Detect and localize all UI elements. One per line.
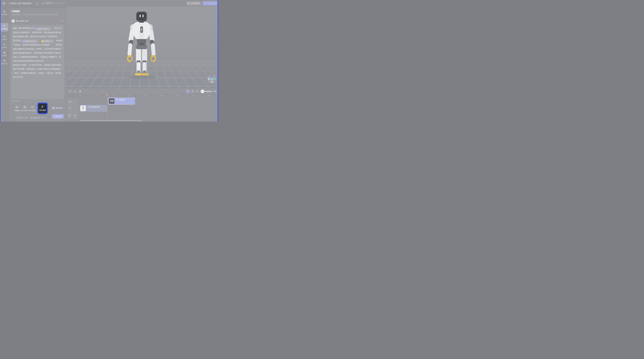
snap-toggle-icon[interactable] bbox=[186, 90, 190, 93]
clapperboard-icon bbox=[3, 10, 6, 13]
sidebar-item-audio-library[interactable]: 音频库 bbox=[0, 51, 9, 57]
motion-clip-thumbnail bbox=[80, 105, 86, 111]
expression-clip[interactable]: 害羞微笑 bbox=[108, 98, 135, 105]
timeline-ruler[interactable]: 0f2f4f6f8f10f12f14f16f bbox=[66, 94, 218, 98]
viewport-3d[interactable]: Z Y X bbox=[66, 6, 218, 88]
sidebar-label: 动作库 bbox=[2, 46, 7, 49]
panel-subtitle: 通过音频处理，生成音频素材以及融合动作和表情的音频编排素材 bbox=[12, 14, 64, 16]
tag-label: 哈哈大笑(10s) bbox=[25, 39, 35, 43]
expression-tag[interactable]: 哈哈大笑(10s)× bbox=[35, 27, 51, 30]
generate-now-button[interactable]: 立即生成 bbox=[52, 114, 64, 119]
screen-edge-right bbox=[218, 0, 218, 122]
gizmo-neg-z[interactable] bbox=[211, 81, 213, 83]
gizmo-neg-x[interactable] bbox=[208, 78, 210, 80]
script-text: 我们提供 bbox=[13, 39, 20, 41]
ruler-minor-tick bbox=[89, 95, 89, 97]
ruler-minor-tick bbox=[201, 95, 202, 97]
zoom-slider-handle[interactable] bbox=[201, 91, 203, 92]
playhead-line[interactable] bbox=[107, 96, 108, 120]
ruler-frame-label: 6f bbox=[128, 95, 130, 97]
synthesize-save-button[interactable]: 合成并保存 bbox=[186, 1, 202, 5]
delete-clip-icon[interactable] bbox=[79, 90, 82, 93]
sidebar-item-my-tasks[interactable]: 我的任务 bbox=[0, 59, 9, 65]
cloud-check-icon bbox=[42, 2, 44, 4]
person-icon bbox=[3, 43, 6, 46]
insert-action-label: 插入动作 bbox=[21, 109, 28, 112]
gizmo-z-axis[interactable]: Z bbox=[210, 75, 213, 78]
walking-person-icon bbox=[87, 106, 89, 108]
timeline-horizontal-scrollbar[interactable] bbox=[80, 120, 142, 121]
timeline-area: 0f2f4f6f8f10f12f14f16f bbox=[66, 94, 218, 122]
ai-box-icon bbox=[15, 105, 18, 109]
save-time-label: 保存时间 bbox=[46, 2, 52, 4]
clear-arrange-label: 清空编排 bbox=[39, 109, 46, 111]
clear-arrange-highlight-ring: 清空编排 bbox=[37, 102, 48, 114]
screen-edge-left bbox=[0, 0, 0, 122]
gizmo-y-axis[interactable]: Y bbox=[210, 78, 213, 80]
script-text: 我们致力于创新，大力投资于研发，以突破人机协作和机器学习的界限。创新机器人公司助… bbox=[13, 64, 61, 78]
deploy-device-button[interactable]: 下发到设备 bbox=[202, 1, 218, 5]
delete-audio-icon[interactable] bbox=[62, 20, 64, 22]
ruler-frame-label: 16f bbox=[208, 95, 210, 97]
script-text: 用于物流和仓储的自主移动机器人 (AMR)，以及为医疗和酒店业量身定制的服务机器… bbox=[13, 44, 62, 62]
task-list-icon bbox=[3, 59, 6, 62]
audio-play-button[interactable] bbox=[12, 19, 15, 22]
remaining-stones-value: 300 bbox=[24, 117, 28, 119]
deploy-device-label: 下发到设备 bbox=[207, 2, 216, 4]
tag-label: 弯腰(5s) bbox=[44, 39, 50, 43]
ruler-frame-label: 0f bbox=[80, 95, 81, 97]
expression-tag[interactable]: 哈哈大笑(10s)× bbox=[21, 40, 38, 43]
robot-model[interactable] bbox=[122, 11, 161, 80]
clear-arrange-button[interactable]: 清空编排 bbox=[38, 103, 47, 113]
sidebar-label: 表情库 bbox=[2, 38, 7, 41]
checkbox-checked-icon[interactable] bbox=[52, 107, 54, 109]
ruler-minor-tick bbox=[105, 95, 105, 97]
sidebar-item-motion-library[interactable]: 动作库 bbox=[0, 43, 9, 49]
cost-stones-label: 本次消耗灵石 bbox=[30, 117, 40, 119]
robot-face-icon bbox=[22, 40, 24, 42]
panel-title: 音频编排 bbox=[12, 10, 20, 13]
ruler-minor-tick bbox=[153, 95, 153, 97]
rhythm-action-toggle[interactable]: 韵律动作 bbox=[52, 107, 63, 109]
one-click-arrange-button[interactable]: 一键编排 bbox=[13, 105, 20, 112]
timeline-zoom-slider[interactable] bbox=[201, 91, 212, 92]
remove-tag-icon[interactable]: × bbox=[36, 40, 36, 42]
save-time-badge: 保存时间 26/01/03 12:01 bbox=[41, 1, 67, 5]
playhead-handle[interactable] bbox=[106, 95, 108, 96]
gizmo-x-axis[interactable]: X bbox=[213, 78, 216, 80]
zoom-in-icon[interactable] bbox=[214, 90, 217, 93]
char-counter: 52 / 1,000 bbox=[12, 100, 19, 102]
ruler-frame-label: 4f bbox=[112, 95, 114, 97]
insert-expression-button[interactable]: 插入表情 bbox=[29, 105, 36, 112]
one-click-arrange-label: 一键编排 bbox=[14, 109, 20, 112]
tag-label: 哈哈大笑(10s) bbox=[38, 27, 48, 31]
generate-footer: 剩余灵石 300 | 本次消耗灵石 0 立即生成 bbox=[10, 115, 66, 121]
expression-clip-label: 害羞微笑 bbox=[118, 99, 125, 101]
sidebar-item-motion-mimic[interactable]: 动作模仿 bbox=[0, 10, 9, 15]
sidebar-label: 动作模仿 bbox=[1, 13, 8, 15]
sidebar-item-expression-library[interactable]: 表情库 bbox=[0, 35, 9, 41]
remove-tag-icon[interactable]: × bbox=[52, 40, 52, 42]
synthesize-save-label: 合成并保存 bbox=[191, 2, 200, 4]
remove-tag-icon[interactable]: × bbox=[49, 28, 50, 30]
script-editor[interactable]: 这是一家全球领先的公司哈哈大笑(10s)×「专注于先进机器人系统的设计、制造和部… bbox=[11, 25, 64, 99]
axis-gizmo[interactable]: Z Y X bbox=[208, 75, 216, 83]
action-tag[interactable]: 弯腰(5s)× bbox=[41, 40, 54, 43]
zoom-out-icon[interactable] bbox=[196, 90, 198, 93]
music-box-icon bbox=[3, 51, 6, 54]
ruler-frame-label: 14f bbox=[192, 95, 194, 97]
motion-clip[interactable]: 超帅走路姿势 bbox=[80, 105, 107, 112]
cost-stones-value: 0 bbox=[45, 117, 46, 119]
expression-track-icon bbox=[68, 100, 72, 103]
redo-icon[interactable] bbox=[74, 90, 76, 93]
speaker-icon[interactable] bbox=[74, 114, 76, 117]
insert-action-button[interactable]: 插入动作 bbox=[21, 105, 28, 112]
ruler-minor-tick bbox=[185, 95, 186, 97]
fit-timeline-icon[interactable] bbox=[192, 90, 194, 93]
sidebar-item-audio-arrange[interactable]: 音频编排 bbox=[0, 24, 9, 30]
top-bar: A1机器人动作-我的项目1 保存时间 26/01/03 12:01 合成并保存 … bbox=[0, 0, 218, 6]
undo-icon[interactable] bbox=[69, 90, 71, 93]
audio-file-name: 默认名称1.mp3 bbox=[16, 20, 60, 22]
rename-button[interactable] bbox=[35, 1, 40, 6]
span-bracket: 」 bbox=[42, 31, 44, 33]
